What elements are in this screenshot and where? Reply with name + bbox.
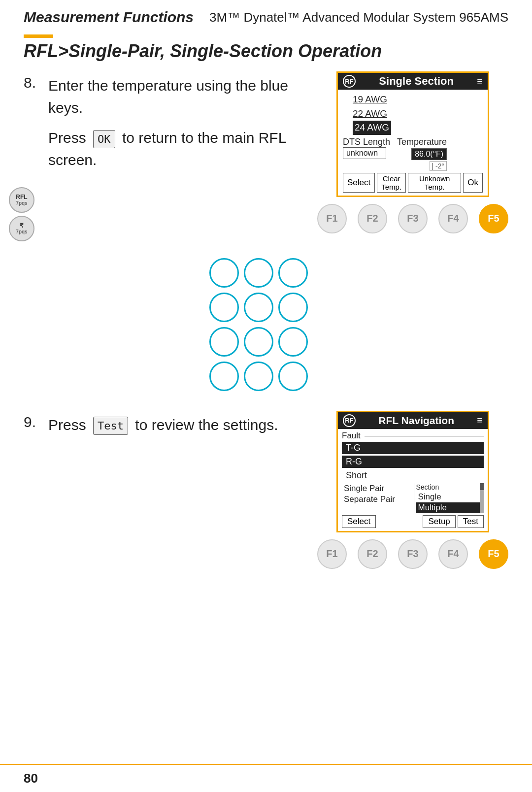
nav-col-section: Section Single Multiple (414, 483, 480, 513)
fn-buttons-row-1: F1 F2 F3 F4 F5 (317, 204, 508, 233)
key-7[interactable] (209, 327, 239, 357)
ok-key: OK (93, 130, 115, 148)
page-footer: 80 (0, 764, 532, 792)
fault-label: Fault (342, 431, 361, 441)
f1-button-2[interactable]: F1 (317, 539, 347, 569)
keypad-container (24, 253, 508, 396)
key-6[interactable] (278, 293, 308, 322)
freq-sub: 7pqs (16, 229, 27, 234)
nav-col-pair: Single Pair Separate Pair (342, 483, 414, 513)
temp-label: Temperature (397, 137, 447, 147)
screen2-header: RF RFL Navigation ≡ (338, 412, 488, 429)
clear-temp-btn[interactable]: ClearTemp. (377, 173, 406, 193)
step9-press: Press (48, 417, 86, 433)
dts-label: DTS Length (343, 137, 390, 147)
step8-text: 8. Enter the temperature using the blue … (24, 71, 302, 171)
screen1-body: 19 AWG 22 AWG 24 AWG DTS Length unknown … (338, 90, 488, 196)
step8-number: 8. (24, 74, 42, 171)
f1-button[interactable]: F1 (317, 204, 347, 233)
screen1-menu-icon[interactable]: ≡ (477, 76, 483, 87)
step9-instructions: Press Test to review the settings. (48, 414, 278, 436)
step8-instructions: Enter the temperature using the blue key… (48, 74, 302, 171)
key-10[interactable] (209, 362, 239, 391)
nav-item-tg: T-G (342, 442, 484, 454)
rfl-sub: 7pqs (16, 200, 27, 206)
unknown-temp-btn[interactable]: UnknownTemp. (408, 173, 461, 193)
key-12[interactable] (278, 362, 308, 391)
nav-test-btn[interactable]: Test (458, 515, 484, 528)
dts-temp-row: DTS Length unknown Temperature 86.0(°F) … (343, 137, 483, 171)
step9-text: 9. Press Test to review the settings. (24, 411, 302, 436)
screen1-header: RF Single Section ≡ (338, 73, 488, 90)
f2-button-2[interactable]: F2 (358, 539, 387, 569)
dts-col: DTS Length unknown (343, 137, 390, 159)
step8-text2: Press OK to return to the main RFL scree… (48, 127, 302, 171)
step9-row: 9. Press Test to review the settings. RF… (24, 411, 508, 574)
f4-button[interactable]: F4 (438, 204, 468, 233)
header-left: Measurement Functions (24, 9, 194, 26)
rfl-navigation-screen: RF RFL Navigation ≡ Fault T-G R-G Short (336, 411, 489, 532)
fault-row: Fault (342, 431, 484, 441)
test-key: Test (93, 417, 128, 435)
screen2-menu-icon[interactable]: ≡ (477, 415, 483, 426)
key-4[interactable] (209, 293, 239, 322)
nav-multiple-section: Multiple (416, 502, 480, 513)
f3-button-2[interactable]: F3 (398, 539, 428, 569)
screen2-body: Fault T-G R-G Short Single Pair Separate… (338, 429, 488, 531)
ok-btn[interactable]: Ok (463, 173, 483, 193)
awg-19: 19 AWG (353, 93, 483, 107)
nav-select-btn[interactable]: Select (342, 515, 376, 528)
step9-text2: to review the settings. (135, 417, 278, 433)
step9-screen-container: RF RFL Navigation ≡ Fault T-G R-G Short (317, 411, 508, 574)
nav-setup-btn[interactable]: Setup (423, 515, 455, 528)
rfl-side-button[interactable]: RFL 7pqs (9, 187, 34, 213)
key-5[interactable] (244, 293, 273, 322)
freq-label: ₹ (20, 223, 24, 229)
temp-sub: | -2° (430, 161, 447, 171)
nav-col-section-wrap: Section Single Multiple (414, 483, 484, 513)
select-btn[interactable]: Select (343, 173, 375, 193)
f3-button[interactable]: F3 (398, 204, 428, 233)
nav-item-short: Short (342, 469, 484, 482)
side-buttons: RFL 7pqs ₹ 7pqs (9, 187, 34, 241)
f2-button[interactable]: F2 (358, 204, 387, 233)
nav-bottom-buttons: Select Setup Test (342, 515, 484, 528)
dts-value: unknown (343, 147, 386, 159)
screen1-title: Single Section (379, 75, 454, 88)
fault-line (365, 436, 484, 436)
key-9[interactable] (278, 327, 308, 357)
screen1-icon: RF (343, 75, 356, 88)
nav-single-section: Single (416, 492, 480, 502)
nav-right-buttons: Setup Test (423, 515, 484, 528)
nav-single-pair: Single Pair (342, 483, 412, 494)
key-11[interactable] (244, 362, 273, 391)
page-number: 80 (24, 771, 38, 786)
nav-columns: Single Pair Separate Pair Section Single… (342, 483, 484, 513)
key-3[interactable] (278, 258, 308, 288)
awg-24: 24 AWG (353, 121, 391, 135)
page-header: Measurement Functions 3M™ Dynatel™ Advan… (0, 0, 532, 30)
nav-separate-pair: Separate Pair (342, 494, 412, 505)
f5-button-2[interactable]: F5 (479, 539, 508, 569)
rfl-label: RFL (16, 194, 27, 200)
scrollbar (480, 483, 484, 513)
page-title: RFL>Single-Pair, Single-Section Operatio… (24, 41, 508, 62)
key-8[interactable] (244, 327, 273, 357)
keypad (209, 258, 308, 391)
step8-screen-container: RF Single Section ≡ 19 AWG 22 AWG 24 AWG (317, 71, 508, 238)
key-1[interactable] (209, 258, 239, 288)
step8-text1: Enter the temperature using the blue key… (48, 74, 302, 119)
fn-buttons-row-2: F1 F2 F3 F4 F5 (317, 539, 508, 569)
awg-list: 19 AWG 22 AWG 24 AWG (353, 93, 483, 135)
step8-press: Press (48, 130, 86, 146)
awg-22: 22 AWG (353, 107, 483, 121)
f5-button[interactable]: F5 (479, 204, 508, 233)
screen2-title: RFL Navigation (378, 415, 454, 427)
freq-side-button[interactable]: ₹ 7pqs (9, 216, 34, 241)
scrollbar-thumb (480, 483, 484, 490)
nav-item-rg: R-G (342, 456, 484, 468)
main-content: 8. Enter the temperature using the blue … (0, 66, 532, 579)
key-2[interactable] (244, 258, 273, 288)
f4-button-2[interactable]: F4 (438, 539, 468, 569)
header-right: 3M™ Dynatel™ Advanced Modular System 965… (209, 10, 508, 25)
